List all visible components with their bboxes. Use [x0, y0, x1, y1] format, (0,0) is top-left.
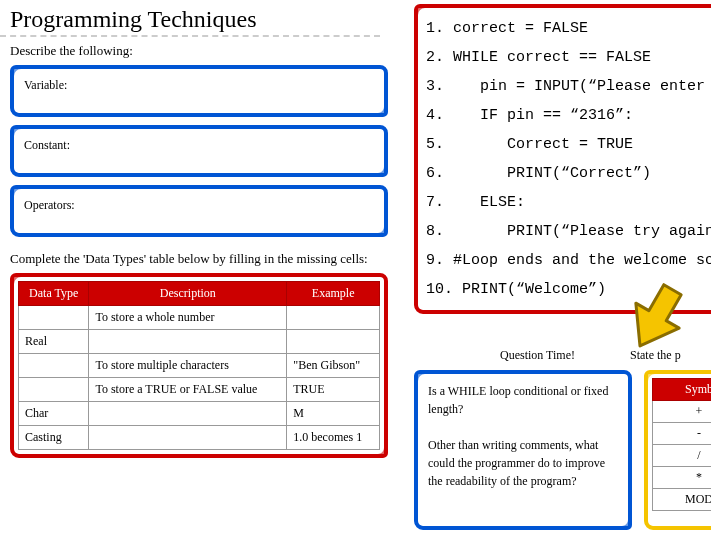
table-row: To store multiple characters "Ben Gibson… — [19, 354, 380, 378]
operators-label: Operators: — [24, 198, 75, 212]
cell[interactable] — [19, 378, 89, 402]
cell[interactable] — [287, 306, 380, 330]
th-symbol: Symb — [653, 379, 712, 401]
question-time-label: Question Time! — [500, 348, 575, 363]
symbol-table: Symb + - / * MOD — [652, 378, 711, 511]
cell[interactable] — [19, 354, 89, 378]
variable-label: Variable: — [24, 78, 67, 92]
cell[interactable] — [89, 330, 287, 354]
table-row: Real — [19, 330, 380, 354]
data-types-table: Data Type Description Example To store a… — [18, 281, 380, 450]
data-types-table-box: Data Type Description Example To store a… — [10, 273, 388, 458]
cell: * — [653, 467, 712, 489]
page-title: Programming Techniques — [0, 0, 380, 37]
cell[interactable]: Real — [19, 330, 89, 354]
th-description: Description — [89, 282, 287, 306]
symbol-box: Symb + - / * MOD — [644, 370, 711, 530]
cell[interactable]: M — [287, 402, 380, 426]
describe-heading: Describe the following: — [0, 37, 398, 63]
table-row: + — [653, 401, 712, 423]
constant-label: Constant: — [24, 138, 70, 152]
table-row: Casting 1.0 becomes 1 — [19, 426, 380, 450]
cell[interactable] — [89, 402, 287, 426]
cell[interactable]: Casting — [19, 426, 89, 450]
cell: + — [653, 401, 712, 423]
cell: MOD — [653, 489, 712, 511]
table-row: / — [653, 445, 712, 467]
cell: - — [653, 423, 712, 445]
th-datatype: Data Type — [19, 282, 89, 306]
cell[interactable] — [287, 330, 380, 354]
cell[interactable]: TRUE — [287, 378, 380, 402]
code-line: 3. pin = INPUT(“Please enter — [426, 72, 711, 101]
question-1: Is a WHILE loop conditional or fixed len… — [428, 382, 618, 418]
table-heading: Complete the 'Data Types' table below by… — [0, 245, 398, 271]
cell[interactable]: 1.0 becomes 1 — [287, 426, 380, 450]
code-line: 6. PRINT(“Correct”) — [426, 159, 711, 188]
table-row: To store a whole number — [19, 306, 380, 330]
code-line: 8. PRINT(“Please try again — [426, 217, 711, 246]
state-p-label: State the p — [630, 348, 681, 363]
table-row: Char M — [19, 402, 380, 426]
operators-box[interactable]: Operators: — [10, 185, 388, 237]
cell[interactable]: To store a whole number — [89, 306, 287, 330]
variable-box[interactable]: Variable: — [10, 65, 388, 117]
code-line: 2. WHILE correct == FALSE — [426, 43, 711, 72]
cell[interactable]: To store multiple characters — [89, 354, 287, 378]
cell[interactable] — [89, 426, 287, 450]
cell[interactable]: To store a TRUE or FALSE value — [89, 378, 287, 402]
cell[interactable]: Char — [19, 402, 89, 426]
cell: / — [653, 445, 712, 467]
code-line: 1. correct = FALSE — [426, 14, 711, 43]
table-row: To store a TRUE or FALSE value TRUE — [19, 378, 380, 402]
cell[interactable]: "Ben Gibson" — [287, 354, 380, 378]
code-box: 1. correct = FALSE 2. WHILE correct == F… — [414, 4, 711, 314]
code-line: 4. IF pin == “2316”: — [426, 101, 711, 130]
code-line: 7. ELSE: — [426, 188, 711, 217]
question-box[interactable]: Is a WHILE loop conditional or fixed len… — [414, 370, 632, 530]
table-row: * — [653, 467, 712, 489]
table-row: - — [653, 423, 712, 445]
code-line: 9. #Loop ends and the welcome sc — [426, 246, 711, 275]
code-line: 10. PRINT(“Welcome”) — [426, 275, 711, 304]
cell[interactable] — [19, 306, 89, 330]
th-example: Example — [287, 282, 380, 306]
table-row: MOD — [653, 489, 712, 511]
code-line: 5. Correct = TRUE — [426, 130, 711, 159]
constant-box[interactable]: Constant: — [10, 125, 388, 177]
question-2: Other than writing comments, what could … — [428, 436, 618, 490]
